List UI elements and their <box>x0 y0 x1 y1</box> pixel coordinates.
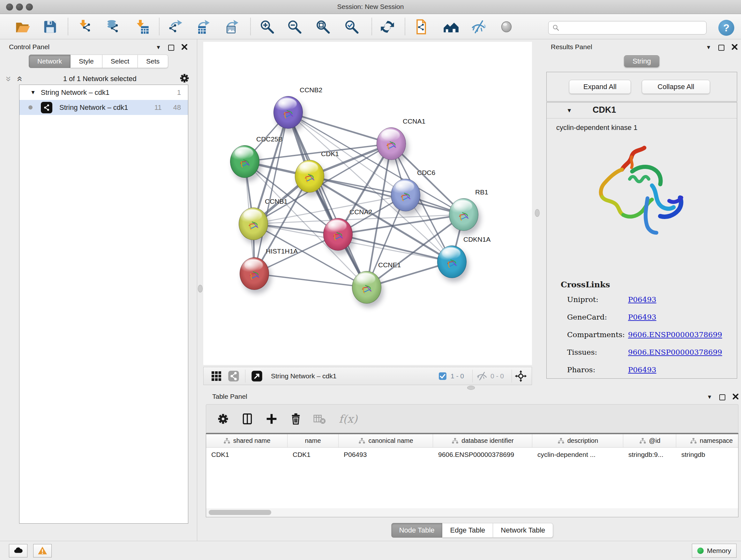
column-header-namespace[interactable]: namespace <box>676 434 738 447</box>
crosslink-link[interactable]: 9606.ENSP00000378699 <box>628 348 722 356</box>
scrollbar-thumb[interactable] <box>209 510 271 515</box>
edge-HIST1H1A-CCNE1[interactable] <box>254 273 367 287</box>
import-network-file-button[interactable] <box>76 18 94 36</box>
home-pages-button[interactable] <box>442 18 460 36</box>
grid-view-icon[interactable] <box>210 370 223 382</box>
show-columns-icon[interactable] <box>239 411 255 427</box>
fit-content-crosshair-icon[interactable] <box>515 370 527 382</box>
edge-CCNB2-CCNE1[interactable] <box>288 112 367 287</box>
hide-panel-button[interactable] <box>469 18 487 36</box>
column-header-name[interactable]: name <box>287 434 339 447</box>
column-header-shared-name[interactable]: shared name <box>206 434 287 447</box>
network-node-CCNB1[interactable] <box>239 207 268 240</box>
network-collection-row[interactable]: ▼ String Network – cdk1 1 <box>19 85 188 100</box>
refresh-layout-button[interactable] <box>379 18 396 36</box>
crosslink-label: GeneCard: <box>567 313 607 321</box>
table-cell: stringdb:9... <box>623 448 676 462</box>
first-neighbors-button[interactable] <box>412 18 430 36</box>
save-session-button[interactable] <box>41 18 59 36</box>
edge-CCNA2-CDKN1A[interactable] <box>338 234 452 262</box>
close-panel-icon[interactable] <box>181 44 188 51</box>
import-network-database-button[interactable] <box>104 18 121 36</box>
network-node-CDC6[interactable] <box>391 179 420 211</box>
table-options-gear-icon[interactable] <box>215 411 231 427</box>
tab-edge-table[interactable]: Edge Table <box>443 523 493 538</box>
column-header-canonical-name[interactable]: canonical name <box>339 434 433 447</box>
tab-style[interactable]: Style <box>71 55 103 68</box>
node-label-RB1: RB1 <box>475 188 488 196</box>
network-node-CCNA1[interactable] <box>377 127 406 160</box>
close-panel-icon[interactable] <box>731 44 738 51</box>
tab-network[interactable]: Network <box>29 55 71 68</box>
zoom-fit-button[interactable] <box>314 18 332 36</box>
expand-all-button[interactable]: Expand All <box>569 80 631 94</box>
string-view-icon[interactable] <box>227 370 240 382</box>
tab-node-table[interactable]: Node Table <box>391 523 443 538</box>
expand-all-icon[interactable]: » <box>14 76 23 82</box>
collapse-all-icon[interactable]: » <box>4 76 14 82</box>
panel-menu-icon[interactable]: ▼ <box>156 44 161 51</box>
column-header-@id[interactable]: @id <box>623 434 676 447</box>
zoom-selected-button[interactable] <box>343 18 360 36</box>
table-header-row[interactable]: shared namenamecanonical namedatabase id… <box>206 434 738 448</box>
panel-menu-icon[interactable]: ▼ <box>707 394 712 400</box>
result-section-header[interactable]: ▼ CDK1 <box>547 103 737 118</box>
export-network-button[interactable] <box>166 18 184 36</box>
search-box[interactable] <box>548 21 706 35</box>
network-node-RB1[interactable] <box>449 198 478 231</box>
network-options-gear-icon[interactable] <box>178 72 191 86</box>
network-node-CCNE1[interactable] <box>352 271 381 304</box>
float-panel-icon[interactable] <box>718 45 724 51</box>
eye-button[interactable] <box>497 18 515 36</box>
table-row[interactable]: CDK1CDK1P064939606.ENSP00000378699cyclin… <box>206 448 738 462</box>
crosslink-link[interactable]: P06493 <box>628 313 657 321</box>
crosslink-label: Uniprot: <box>567 295 598 304</box>
right-splitter-handle[interactable] <box>535 209 540 217</box>
float-panel-icon[interactable] <box>168 45 174 51</box>
network-node-CCNB2[interactable] <box>273 96 303 129</box>
network-node-CDKN1A[interactable] <box>437 246 467 278</box>
selected-checkbox-icon[interactable] <box>438 371 448 381</box>
horizontal-scrollbar[interactable] <box>206 508 738 516</box>
panel-menu-icon[interactable]: ▼ <box>706 44 711 51</box>
tab-string[interactable]: String <box>624 55 659 67</box>
network-node-HIST1H1A[interactable] <box>240 257 269 290</box>
crosslink-link[interactable]: P06493 <box>628 366 657 374</box>
network-node-CDK1[interactable] <box>295 160 324 192</box>
warnings-button[interactable] <box>33 544 52 557</box>
close-panel-icon[interactable] <box>732 393 739 401</box>
crosslink-link[interactable]: P06493 <box>628 295 657 304</box>
edge-CCNB2-CCNA1[interactable] <box>288 112 391 144</box>
network-node-CCNA2[interactable] <box>323 218 353 251</box>
search-input[interactable] <box>560 22 706 34</box>
birdseye-view-icon[interactable] <box>251 370 263 382</box>
export-table-button[interactable] <box>193 18 211 36</box>
import-table-button[interactable] <box>133 18 151 36</box>
section-expander-icon[interactable]: ▼ <box>566 107 572 114</box>
network-canvas[interactable]: CCNB2CCNA1CDC25BCDK1CDC6RB1CCNB1CCNA2CDK… <box>203 42 532 365</box>
tab-network-table[interactable]: Network Table <box>493 523 553 538</box>
export-image-button[interactable] <box>222 18 240 36</box>
crosslink-row: Pharos:P06493 <box>547 366 737 381</box>
column-header-database-identifier[interactable]: database identifier <box>433 434 532 447</box>
cloud-button[interactable] <box>9 544 27 557</box>
open-file-button[interactable] <box>14 18 31 36</box>
float-panel-icon[interactable] <box>719 394 725 400</box>
left-splitter-handle[interactable] <box>198 285 203 293</box>
cloud-icon <box>13 546 23 556</box>
collapse-all-button[interactable]: Collapse All <box>642 80 710 94</box>
column-header-description[interactable]: description <box>532 434 623 447</box>
add-column-icon[interactable] <box>264 411 280 427</box>
help-button[interactable]: ? <box>718 20 734 36</box>
tree-expander-icon[interactable]: ▼ <box>30 89 36 96</box>
table-body: CDK1CDK1P064939606.ENSP00000378699cyclin… <box>206 448 738 462</box>
memory-button[interactable]: Memory <box>692 544 737 558</box>
zoom-in-button[interactable] <box>258 18 276 36</box>
delete-column-trash-icon[interactable] <box>288 411 304 427</box>
tab-select[interactable]: Select <box>103 55 138 68</box>
zoom-out-button[interactable] <box>286 18 304 36</box>
network-node-CDC25B[interactable] <box>230 145 259 178</box>
tab-sets[interactable]: Sets <box>138 55 168 68</box>
network-row-selected[interactable]: String Network – cdk1 11 48 <box>19 100 188 115</box>
crosslink-link[interactable]: 9606.ENSP00000378699 <box>628 330 722 339</box>
